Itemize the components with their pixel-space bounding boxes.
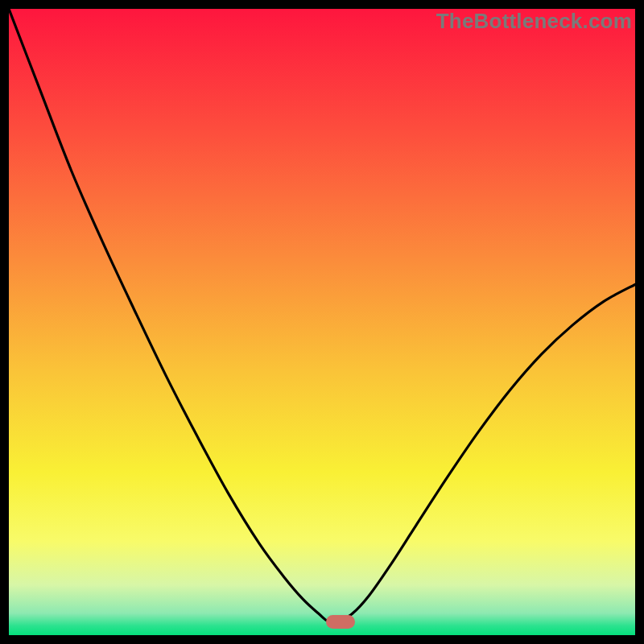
gradient-background: [9, 9, 635, 635]
watermark-text: TheBottleneck.com: [436, 9, 632, 34]
optimal-point-marker: [326, 615, 355, 629]
bottleneck-chart: [9, 9, 635, 635]
chart-frame: TheBottleneck.com: [9, 9, 635, 635]
